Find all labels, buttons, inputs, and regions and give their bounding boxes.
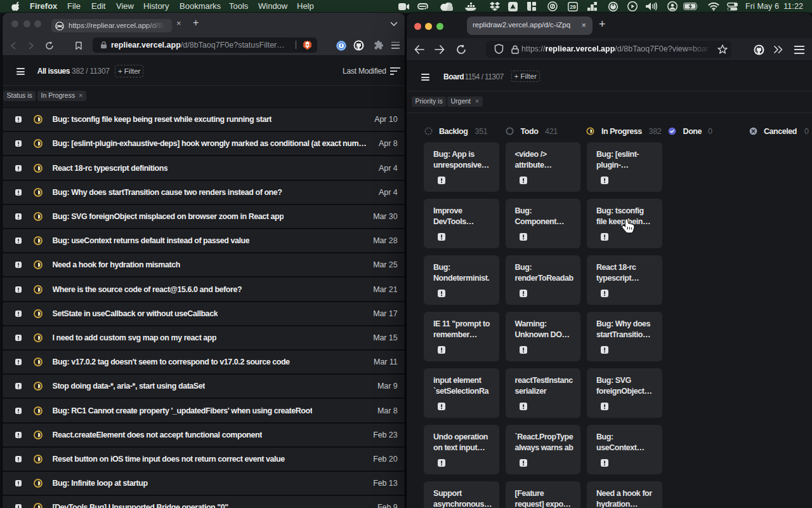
svg-text:29: 29	[570, 4, 576, 10]
